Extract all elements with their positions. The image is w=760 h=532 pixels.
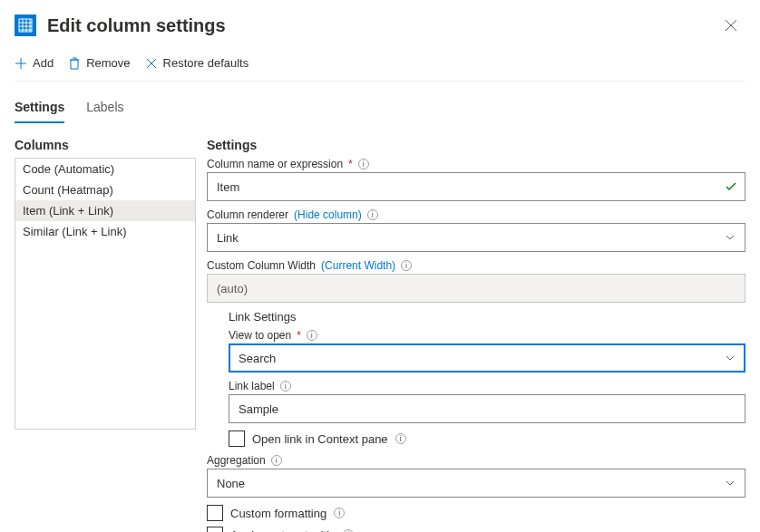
aggregation-select[interactable]: None	[207, 469, 745, 498]
info-icon[interactable]: i	[358, 159, 369, 169]
chevron-down-icon	[725, 232, 736, 243]
hide-column-link[interactable]: (Hide column)	[294, 208, 362, 221]
link-settings-heading: Link Settings	[229, 310, 745, 324]
plus-icon	[15, 57, 27, 70]
add-button[interactable]: Add	[15, 54, 54, 72]
close-icon	[725, 19, 737, 32]
dialog-header: Edit column settings	[15, 0, 745, 47]
toolbar: Add Remove Restore defaults	[15, 47, 745, 82]
add-label: Add	[33, 56, 54, 70]
custom-tooltip-label: Apply custom tooltip	[230, 528, 336, 533]
trash-icon	[68, 57, 81, 70]
chevron-down-icon	[725, 478, 736, 488]
columns-list: Code (Automatic) Count (Heatmap) Item (L…	[15, 158, 196, 430]
clear-icon	[145, 57, 158, 70]
remove-label: Remove	[86, 56, 130, 70]
open-context-label: Open link in Context pane	[252, 432, 388, 446]
renderer-label: Column renderer	[207, 208, 288, 221]
info-icon[interactable]: i	[280, 381, 291, 392]
list-item[interactable]: Item (Link + Link)	[15, 200, 195, 221]
list-item[interactable]: Code (Automatic)	[15, 159, 195, 179]
info-icon[interactable]: i	[271, 455, 282, 466]
info-icon[interactable]: i	[395, 433, 406, 444]
width-label: Custom Column Width	[207, 259, 316, 272]
settings-heading: Settings	[207, 138, 745, 152]
view-to-open-label: View to open	[229, 329, 291, 342]
current-width-link[interactable]: (Current Width)	[321, 259, 395, 272]
dialog-title: Edit column settings	[47, 15, 716, 36]
tab-bar: Settings Labels	[15, 94, 745, 123]
grid-icon	[15, 15, 36, 36]
tab-labels[interactable]: Labels	[86, 94, 123, 123]
custom-formatting-label: Custom formatting	[230, 507, 326, 520]
column-name-input[interactable]: Item	[207, 172, 745, 201]
restore-label: Restore defaults	[163, 56, 249, 70]
info-icon[interactable]: i	[334, 508, 345, 518]
remove-button[interactable]: Remove	[68, 54, 130, 72]
required-marker: *	[297, 329, 301, 342]
link-label-input[interactable]: Sample	[229, 394, 745, 423]
custom-formatting-checkbox[interactable]	[207, 505, 223, 521]
checkmark-icon	[725, 180, 737, 193]
chevron-down-icon	[725, 353, 736, 363]
open-context-checkbox[interactable]	[229, 430, 245, 447]
list-item[interactable]: Similar (Link + Link)	[15, 221, 195, 242]
info-icon[interactable]: i	[367, 209, 378, 220]
column-name-label: Column name or expression	[207, 158, 343, 170]
custom-tooltip-checkbox[interactable]	[207, 527, 223, 532]
columns-heading: Columns	[15, 138, 196, 152]
aggregation-label: Aggregation	[207, 454, 266, 467]
close-button[interactable]	[716, 11, 745, 40]
restore-button[interactable]: Restore defaults	[145, 54, 249, 72]
required-marker: *	[348, 158, 353, 170]
view-to-open-select[interactable]: Search	[229, 343, 745, 372]
info-icon[interactable]: i	[307, 330, 317, 341]
tab-settings[interactable]: Settings	[15, 94, 64, 123]
info-icon[interactable]: i	[401, 260, 412, 271]
link-label-label: Link label	[229, 380, 275, 392]
list-item[interactable]: Count (Heatmap)	[15, 179, 195, 200]
renderer-select[interactable]: Link	[207, 223, 745, 252]
width-input[interactable]: (auto)	[207, 274, 745, 303]
